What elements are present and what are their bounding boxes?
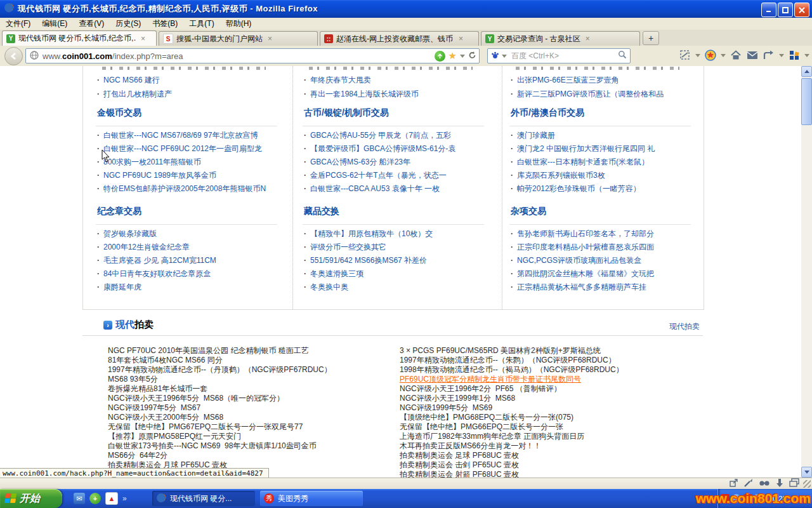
menu-item[interactable]: 查看(V) (73, 17, 110, 30)
auction-item-link[interactable]: 无保留【绝中绝】PMG66EPQ二版长号一分一张 (400, 422, 710, 432)
category-item-link[interactable]: 84中日青年友好联欢纪念章原盒 (96, 267, 281, 281)
auction-item-link[interactable]: 3 × PCGS PF69UC/MS65RD 美国林肯2种版别+罗斯福总统 (400, 346, 710, 356)
category-item-link[interactable]: 白银世家---NGC PF69UC 2012年一盎司扇型龙 (96, 142, 281, 156)
auction-item-link[interactable]: MS68 93年5分 (108, 375, 396, 384)
category-item-link[interactable]: 冬奥换中奥 (303, 281, 488, 294)
chevron-down-icon[interactable] (779, 54, 784, 57)
auction-item-link[interactable]: NGC评级1997年5分 MS67 (108, 403, 396, 413)
minimize-button[interactable] (761, 3, 776, 17)
tab-close-icon[interactable]: × (584, 36, 591, 42)
auction-item-link[interactable]: 无保留【绝中绝】PMG67EPQ二版长号一分一张双尾号77 (108, 422, 396, 432)
category-item-link[interactable]: 毛主席瓷器 少见 高12CM宽11CM (96, 254, 281, 267)
auction-item-link[interactable]: 木耳再拍卖正反版MS66分生肖龙一对！！ (400, 441, 710, 451)
scroll-up-button[interactable] (801, 66, 812, 77)
undo-arrow-icon[interactable] (763, 49, 775, 62)
category-item-link[interactable]: 售孙老师新书寿山石印签名本，了却部分 (509, 227, 695, 241)
new-tab-button[interactable]: + (643, 31, 659, 45)
menu-item[interactable]: 文件(F) (0, 17, 36, 30)
category-item-link[interactable]: 打包出几枚精制遗产 (96, 87, 281, 101)
bookmark-star-icon[interactable]: ★ (449, 50, 457, 62)
category-item-link[interactable]: 出张PMG-66E三版蓝三罗壹角 (509, 73, 695, 87)
window-layers-icon[interactable] (789, 478, 799, 490)
auction-item-link[interactable]: NGC评级小天王2000年5分 MS68 (108, 413, 396, 422)
go-button[interactable] (435, 51, 445, 62)
quicklaunch-picture-app-icon[interactable]: ▲ (105, 492, 118, 505)
category-item-link[interactable]: 再出一套1984上海版长城评级币 (303, 87, 488, 101)
category-item-link[interactable]: 澳门龙2 中国银行加大西洋银行尾四同 礼 (509, 142, 695, 156)
resize-grip[interactable] (803, 480, 811, 488)
auction-item-link[interactable]: 1997年精致动物流通纪念币--（朱鹮）（NGC评级PF68RDUC） (400, 356, 710, 365)
maximize-button[interactable] (778, 3, 793, 17)
auction-item-link[interactable]: 拍卖精制奥运会 射箭 PF68UC 壹枚 (400, 470, 710, 478)
auction-item-link[interactable]: 【顶级绝中绝】PMG68EPQ二版长号一分一张(075) (400, 413, 710, 422)
reload-button[interactable] (468, 51, 476, 61)
category-item-link[interactable]: 库克陨石系列镶嵌银币3枚 (509, 169, 695, 182)
tab-zhaoyong[interactable]: :: 赵涌在线-网上投资收藏邮票、钱币… × (320, 31, 479, 46)
category-item-link[interactable]: NGC MS66 建行 (96, 73, 281, 87)
auction-item-link[interactable]: 1997年精致动物流通纪念币--（丹顶鹤）（NGC评级PF67RDUC） (108, 365, 396, 375)
home-button[interactable] (730, 49, 742, 62)
task-button-meitu[interactable]: 秀 美图秀秀 (260, 491, 363, 506)
category-item-link[interactable]: 帕劳2012彩色珍珠银币（一睹芳容） (509, 182, 695, 196)
qq-star-badge-icon[interactable] (704, 49, 717, 62)
auction-item-link[interactable]: PF69UC顶级冠军分精制龙生肖币带卡册证书尾数同号 (400, 375, 710, 384)
brush-icon[interactable] (743, 478, 754, 490)
quicklaunch-overflow-chevron-icon[interactable]: » (122, 494, 127, 503)
category-item-link[interactable]: 551/591/642 MS66换MS67 补差价 (303, 254, 488, 267)
auction-item-link[interactable]: NGC评级小天王1996年5分 MS68（唯一的冠军分） (108, 394, 396, 403)
auction-item-link[interactable]: NGC评级小天王1999年1分 MS68 (400, 394, 710, 403)
category-item-link[interactable]: GBCA公博AU-55分 甲辰龙（7前点，五彩 (303, 129, 488, 142)
category-item-link[interactable]: 白银世家---NGC MS67/68/69 97年北京故宫博 (96, 129, 281, 142)
auction-item-link[interactable]: 拍卖精制奥运会 击剑 PF65UC 壹枚 (400, 460, 710, 470)
category-item-link[interactable]: 评级分币一些交换其它 (303, 241, 488, 254)
screenshot-capture-icon[interactable] (679, 49, 691, 62)
close-button[interactable] (794, 3, 809, 17)
auction-item-link[interactable]: 1998年精致动物流通纪念币--（褐马鸡）（NGC评级PF68RDUC） (400, 365, 710, 375)
mask-icon[interactable] (759, 478, 770, 490)
menu-item[interactable]: 历史(S) (110, 17, 147, 30)
auction-item-link[interactable]: NGC PF70UC 2010年美国温泉公园 纪念精制银币 糙面工艺 (108, 346, 396, 356)
search-box[interactable] (487, 48, 631, 64)
category-item-link[interactable]: NGC,PCGS评级币玻璃面礼品包装盒 (509, 254, 695, 267)
category-item-link[interactable]: 第四批阴沉金丝楠木雕《福星猪》文玩把 (509, 267, 695, 281)
quicklaunch-mail-icon[interactable]: ✉ (74, 493, 85, 504)
app-grid-icon[interactable] (788, 49, 801, 62)
tab-close-icon[interactable]: × (266, 36, 273, 42)
mail-icon[interactable] (746, 49, 759, 62)
tab-coin001[interactable]: Y 现代钱币网 硬分币,长城币,纪念币,… × (2, 30, 157, 46)
auction-item-link[interactable]: 【推荐】原票PMG58EPQ红一元天安门 (108, 432, 396, 441)
auction-item-link[interactable]: MS66分 64年2分 (108, 451, 396, 460)
menu-item[interactable]: 书签(B) (147, 17, 183, 30)
category-item-link[interactable]: 新评二三版PMG评级币惠让（调整价格和品 (509, 87, 695, 101)
category-item-link[interactable]: 【最爱评级币】GBCA公博评级MS-61分-袁 (303, 142, 488, 156)
chevron-down-icon[interactable] (695, 54, 700, 57)
back-button[interactable] (4, 47, 23, 65)
menu-item[interactable]: 帮助(H) (220, 17, 258, 30)
auction-item-link[interactable]: NGC评级小天王1996年2分 PF65 （普制错评） (400, 384, 710, 394)
download-arrow-icon[interactable] (775, 478, 784, 490)
content-scrollbar[interactable] (801, 66, 812, 478)
tab-guquan[interactable]: Y 交易记录查询 - 古泉社区 × (481, 31, 640, 46)
scroll-thumb[interactable] (801, 78, 812, 125)
auction-more-link[interactable]: 现代拍卖 (669, 321, 700, 332)
category-item-link[interactable]: 金盾PCGS-62十年T点年（暴光，状态一 (303, 169, 488, 182)
category-item-link[interactable]: GBCA公博MS-63分 船洋23年 (303, 156, 488, 169)
category-item-link[interactable]: 白银世家---日本精制卡通套币(米老鼠） (509, 156, 695, 169)
external-link-icon[interactable] (729, 478, 738, 490)
category-item-link[interactable]: 贺岁银条珍藏版 (96, 227, 281, 241)
start-button[interactable]: 开始 (0, 489, 62, 508)
auction-item-link[interactable]: 上海造币厂1982年33mm狗年纪念章 正面狗头背面日历 (400, 432, 710, 441)
search-magnifier-icon[interactable] (618, 50, 627, 62)
auction-item-link[interactable]: 白银世家173号拍卖---NGC MS69 98年大唐镇库1/10盎司金币 (108, 441, 396, 451)
auction-item-link[interactable]: 拍卖精制奥运会 足球 PF68UC 壹枚 (400, 451, 710, 460)
quicklaunch-green-app-icon[interactable]: + (89, 493, 101, 504)
category-item-link[interactable]: 800求购一枚2011年熊猫银币 (96, 156, 281, 169)
chevron-down-icon[interactable] (804, 54, 809, 57)
category-item-link[interactable]: 康爵延年虎 (96, 281, 281, 294)
category-item-link[interactable]: 2000年12生肖镀金纪念章 (96, 241, 281, 254)
category-item-link[interactable]: 澳门珍藏册 (509, 129, 695, 142)
task-button-firefox[interactable]: 现代钱币网 硬分... (152, 491, 255, 506)
chevron-down-icon[interactable] (721, 54, 726, 57)
tab-close-icon[interactable]: × (140, 36, 147, 42)
category-item-link[interactable]: NGC PF69UC 1989年放风筝金币 (96, 169, 281, 182)
